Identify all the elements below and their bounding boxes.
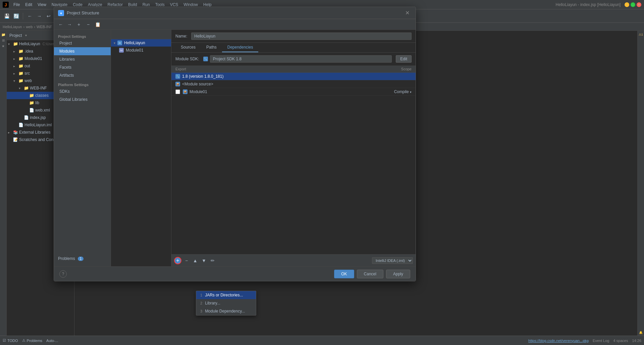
folder-icon-webinf: 📁 <box>24 86 29 90</box>
scope-dropdown-icon[interactable]: ▾ <box>410 90 412 94</box>
dialog-logo: ♦ <box>60 11 62 15</box>
sync-button[interactable]: 🔄 <box>12 12 20 20</box>
forward-button[interactable]: → <box>35 12 43 20</box>
breadcrumb-sep-2: › <box>34 25 35 29</box>
add-item-button[interactable]: + <box>75 20 83 28</box>
ok-button[interactable]: OK <box>334 270 354 278</box>
help-button[interactable]: ? <box>59 270 67 278</box>
tab-paths[interactable]: Paths <box>201 43 222 52</box>
module-item-module01[interactable]: M Module01 <box>111 47 171 54</box>
sdk-select[interactable]: Project SDK 1.8 <box>210 55 392 63</box>
tree-label-out: out <box>24 64 30 68</box>
nav-facets[interactable]: Facets <box>54 63 111 71</box>
dropdown-item-library[interactable]: 2 Library... <box>196 299 256 307</box>
sdk-format-select[interactable]: IntelliJ IDEA (.iml) <box>372 257 413 264</box>
deps-edit-button[interactable]: ✏ <box>209 257 216 264</box>
remove-item-button[interactable]: − <box>84 20 92 28</box>
dropdown-item-jars[interactable]: 1 JARs or Directories... <box>196 291 256 299</box>
cancel-button[interactable]: Cancel <box>357 270 383 278</box>
project-dropdown-icon[interactable]: ▾ <box>25 33 27 37</box>
undo-button[interactable]: ↩ <box>45 12 53 20</box>
window-controls: − □ ✕ <box>625 2 641 7</box>
minimize-button[interactable]: − <box>625 2 629 7</box>
status-right: https://blog.csdn.net/verenyuan...pkg Ev… <box>528 339 641 343</box>
dialog-close-button[interactable]: ✕ <box>403 9 412 17</box>
dep-icon-module01: 📦 <box>183 89 187 94</box>
tree-label-src: src <box>24 71 30 76</box>
maximize-button[interactable]: □ <box>631 2 635 7</box>
dialog-title-text: Project Structure <box>67 10 403 15</box>
save-all-button[interactable]: 💾 <box>3 12 11 20</box>
nav-global-libraries[interactable]: Global Libraries <box>54 95 111 104</box>
nav-back-button[interactable]: ← <box>57 20 65 28</box>
problems-button[interactable]: ⚠ Problems <box>22 338 42 343</box>
tab-dependencies[interactable]: Dependencies <box>222 43 259 52</box>
event-log[interactable]: Event Log <box>593 339 609 343</box>
auto-button[interactable]: Auto-... <box>46 339 58 343</box>
tree-label-indexjsp: index.jsp <box>30 115 46 120</box>
dropdown-item-module-dep[interactable]: 3 Module Dependency... <box>196 307 256 315</box>
dep-checkbox-module01[interactable] <box>175 89 180 94</box>
tabs-row: Sources Paths Dependencies <box>171 43 416 53</box>
warning-count[interactable]: ⚠1 <box>639 33 643 36</box>
close-window-button[interactable]: ✕ <box>637 2 641 7</box>
dep-row-source[interactable]: 📦 <Module source> <box>171 80 416 88</box>
right-side-panel: ⚠1 🔔 <box>637 31 644 336</box>
menu-file[interactable]: File <box>11 1 22 8</box>
nav-sdks[interactable]: SDKs <box>54 87 111 95</box>
breadcrumb-web[interactable]: web <box>26 25 33 29</box>
tree-arrow-out: ▸ <box>13 64 17 68</box>
menu-view[interactable]: View <box>35 1 49 8</box>
module-list-header <box>111 30 171 39</box>
nav-modules[interactable]: Modules <box>54 47 111 55</box>
nav-libraries[interactable]: Libraries <box>54 55 111 63</box>
dropdown-label-jars: JARs or Directories... <box>205 293 243 297</box>
tree-arrow-module01: ▸ <box>13 57 17 61</box>
breadcrumb-sep-1: › <box>23 25 24 29</box>
toolbar-separator-1 <box>23 13 23 19</box>
auto-label: Auto-... <box>46 339 58 343</box>
tree-label-lib: lib <box>35 100 39 105</box>
structure-icon[interactable]: ⊞ <box>2 39 5 42</box>
todo-icon: ☑ <box>3 338 6 343</box>
breadcrumb-webinf[interactable]: WEB-INF <box>37 25 52 29</box>
nav-artifacts[interactable]: Artifacts <box>54 71 111 79</box>
deps-up-button[interactable]: ▲ <box>192 257 199 264</box>
deps-table-header: Export Scope <box>171 66 416 73</box>
back-button[interactable]: ← <box>26 12 34 20</box>
breadcrumb-project[interactable]: HelloLiayun <box>3 25 22 29</box>
dep-row-module01[interactable]: 📦 Module01 Compile ▾ <box>171 88 416 96</box>
menu-edit[interactable]: Edit <box>22 1 35 8</box>
copy-item-button[interactable]: 📋 <box>94 20 102 28</box>
tree-arrow-iml <box>13 123 17 127</box>
sdk-format-container: IntelliJ IDEA (.iml) <box>372 257 413 264</box>
deps-minus-button[interactable]: − <box>183 257 190 264</box>
dropdown-label-library: Library... <box>205 301 220 305</box>
nav-project[interactable]: Project <box>54 39 111 47</box>
project-icon[interactable]: 📁 <box>1 33 5 37</box>
module-label-helloliayun: HelloLiayun <box>124 41 145 45</box>
todo-button[interactable]: ☑ TODO <box>3 338 18 343</box>
sdk-edit-button[interactable]: Edit <box>396 55 412 63</box>
name-input[interactable] <box>191 32 412 40</box>
apply-button[interactable]: Apply <box>386 270 410 278</box>
dep-row-jdk[interactable]: 🔧 1.8 (version 1.8.0_181) <box>171 73 416 80</box>
spaces-indicator[interactable]: 4 spaces <box>613 339 628 343</box>
bookmark-icon[interactable]: ★ <box>2 44 5 48</box>
module-icon-module01: M <box>119 48 124 53</box>
ext-libs-icon: 📚 <box>13 130 18 135</box>
sdk-icon: 🔧 <box>203 57 208 61</box>
tab-sources[interactable]: Sources <box>175 43 201 52</box>
problems-count-badge: 1 <box>78 257 84 261</box>
status-link[interactable]: https://blog.csdn.net/verenyuan...pkg <box>528 339 589 343</box>
deps-add-button[interactable]: + <box>174 257 181 264</box>
tree-label-webxml: web.xml <box>35 108 50 113</box>
problems-nav-label[interactable]: Problems <box>58 256 75 261</box>
notifications-icon[interactable]: 🔔 <box>639 331 643 334</box>
module-item-helloliayun[interactable]: ▾ H HelloLiayun <box>111 39 171 47</box>
nav-forward-button[interactable]: → <box>65 20 73 28</box>
project-settings-header: Project Settings <box>54 32 111 39</box>
todo-label: TODO <box>7 339 18 343</box>
deps-scope-header: Scope <box>378 67 412 71</box>
deps-down-button[interactable]: ▼ <box>200 257 208 264</box>
